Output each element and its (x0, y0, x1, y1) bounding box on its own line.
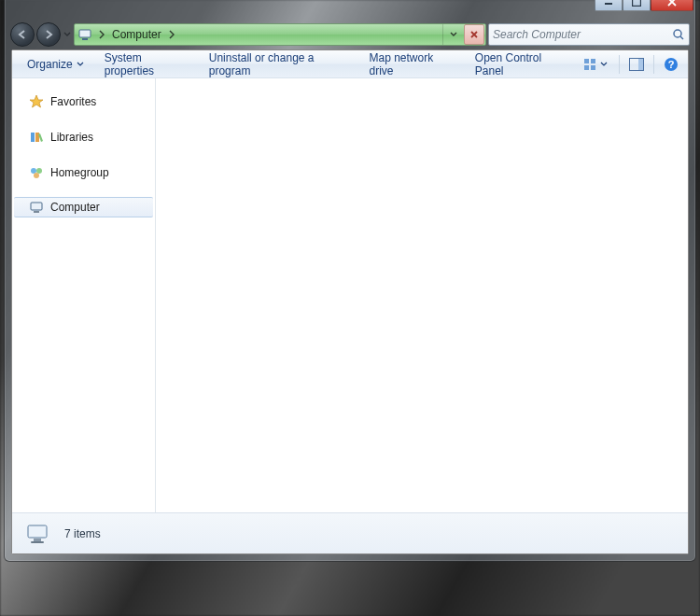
svg-rect-14 (35, 133, 39, 142)
forward-button[interactable] (36, 22, 61, 47)
organize-menu[interactable]: Organize (18, 54, 93, 75)
minimize-button[interactable] (595, 0, 623, 11)
command-bar: Organize System properties Uninstall or … (12, 50, 688, 78)
svg-rect-13 (31, 133, 35, 142)
svg-rect-20 (28, 525, 47, 538)
sidebar-item-label: Libraries (50, 131, 93, 144)
sidebar-item-label: Favorites (50, 95, 96, 108)
svg-rect-0 (605, 3, 612, 5)
body: Favorites Libraries Homegroup (12, 78, 688, 512)
svg-rect-5 (584, 59, 589, 63)
chevron-right-icon[interactable] (165, 30, 178, 39)
help-button[interactable]: ? (660, 54, 682, 75)
chevron-down-icon (600, 61, 608, 68)
map-network-drive-button[interactable]: Map network drive (360, 48, 464, 81)
computer-icon (25, 523, 51, 545)
sidebar-item-label: Computer (50, 201, 100, 214)
svg-rect-3 (82, 38, 88, 40)
svg-rect-2 (79, 30, 91, 37)
computer-icon (75, 27, 95, 42)
svg-point-17 (34, 173, 39, 178)
svg-rect-7 (584, 65, 589, 70)
breadcrumb-location[interactable]: Computer (108, 24, 165, 45)
search-input[interactable] (493, 28, 672, 41)
libraries-icon (29, 130, 44, 145)
sidebar-item-homegroup[interactable]: Homegroup (12, 162, 155, 183)
sidebar-item-label: Homegroup (50, 166, 109, 179)
address-bar[interactable]: Computer (74, 23, 486, 46)
search-icon[interactable] (672, 28, 685, 41)
explorer-window: Computer Organize System pro (4, 0, 696, 562)
svg-point-4 (674, 30, 681, 37)
content-pane[interactable] (156, 78, 688, 512)
uninstall-program-button[interactable]: Uninstall or change a program (200, 48, 358, 81)
sidebar-item-computer[interactable]: Computer (14, 197, 153, 217)
svg-point-16 (36, 168, 42, 174)
divider (619, 55, 620, 74)
svg-rect-19 (34, 211, 39, 213)
titlebar (5, 0, 695, 20)
computer-icon (29, 200, 44, 215)
svg-rect-6 (591, 59, 595, 63)
divider (653, 55, 654, 74)
client-area: Organize System properties Uninstall or … (11, 49, 689, 554)
svg-point-15 (31, 168, 36, 174)
sidebar-item-libraries[interactable]: Libraries (12, 127, 155, 147)
preview-pane-button[interactable] (625, 54, 648, 75)
system-properties-button[interactable]: System properties (95, 48, 198, 81)
maximize-button[interactable] (623, 0, 651, 11)
view-options-button[interactable] (578, 58, 613, 71)
chevron-down-icon (77, 61, 84, 68)
svg-rect-1 (633, 0, 641, 6)
recent-pages-dropdown[interactable] (63, 31, 72, 38)
nav-row: Computer (5, 20, 695, 51)
refresh-stop-button[interactable] (464, 24, 484, 45)
close-button[interactable] (651, 0, 693, 11)
status-text: 7 items (64, 527, 101, 540)
chevron-right-icon[interactable] (95, 30, 108, 39)
back-button[interactable] (10, 22, 35, 47)
svg-rect-21 (34, 539, 41, 541)
navigation-pane: Favorites Libraries Homegroup (12, 78, 156, 512)
svg-rect-22 (31, 541, 44, 543)
search-box[interactable] (488, 23, 690, 46)
homegroup-icon (29, 165, 44, 180)
details-pane: 7 items (12, 512, 688, 553)
svg-rect-18 (31, 203, 42, 210)
address-dropdown-button[interactable] (442, 24, 463, 45)
organize-label: Organize (27, 58, 73, 71)
svg-text:?: ? (668, 59, 675, 70)
favorites-icon (29, 94, 44, 109)
svg-rect-10 (638, 59, 643, 70)
svg-rect-8 (591, 65, 595, 70)
sidebar-item-favorites[interactable]: Favorites (12, 91, 155, 112)
open-control-panel-button[interactable]: Open Control Panel (466, 48, 576, 81)
